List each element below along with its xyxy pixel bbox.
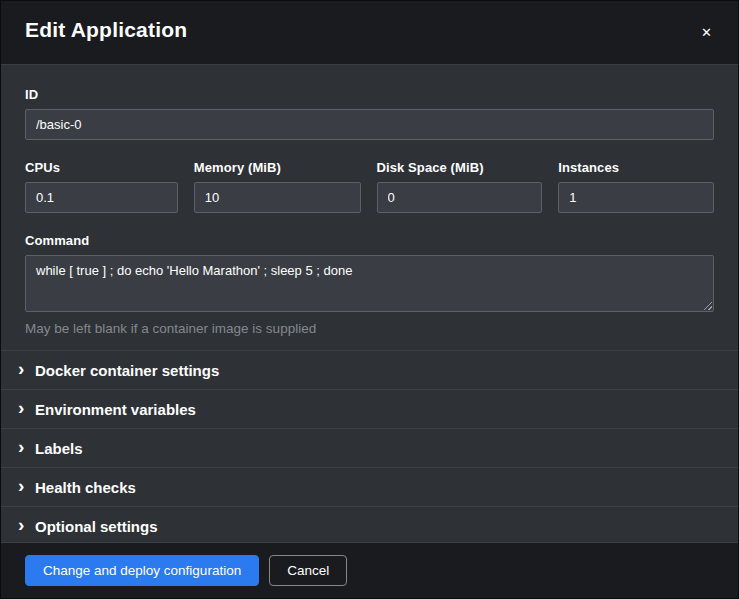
close-button[interactable]: ✕: [695, 20, 718, 45]
instances-input[interactable]: [558, 182, 714, 213]
chevron-right-icon: ›: [18, 398, 35, 417]
chevron-right-icon: ›: [18, 476, 35, 495]
cpus-field-group: CPUs: [25, 160, 178, 213]
disk-input[interactable]: [377, 182, 543, 213]
section-label: Optional settings: [35, 518, 158, 535]
section-health-checks[interactable]: › Health checks: [1, 467, 738, 506]
close-icon: ✕: [701, 25, 712, 40]
id-input[interactable]: [25, 109, 714, 140]
section-environment-variables[interactable]: › Environment variables: [1, 389, 738, 428]
section-labels[interactable]: › Labels: [1, 428, 738, 467]
edit-application-modal: Edit Application ✕ ID CPUs Memory (MiB) …: [0, 0, 739, 599]
disk-field-group: Disk Space (MiB): [377, 160, 543, 213]
instances-label: Instances: [558, 160, 714, 175]
resources-row: CPUs Memory (MiB) Disk Space (MiB) Insta…: [25, 160, 714, 213]
modal-body: ID CPUs Memory (MiB) Disk Space (MiB) In…: [1, 65, 738, 542]
command-textarea-wrap: while [ true ] ; do echo 'Hello Marathon…: [25, 255, 714, 312]
chevron-right-icon: ›: [18, 359, 35, 378]
memory-label: Memory (MiB): [194, 160, 361, 175]
chevron-right-icon: ›: [18, 437, 35, 456]
section-label: Labels: [35, 440, 83, 457]
id-label: ID: [25, 87, 714, 102]
section-docker-container-settings[interactable]: › Docker container settings: [1, 350, 738, 389]
cpus-label: CPUs: [25, 160, 178, 175]
modal-title: Edit Application: [25, 18, 187, 42]
section-label: Health checks: [35, 479, 136, 496]
command-field-group: Command while [ true ] ; do echo 'Hello …: [25, 233, 714, 336]
modal-header: Edit Application ✕: [1, 1, 738, 65]
modal-footer: Change and deploy configuration Cancel: [1, 542, 738, 598]
id-field-group: ID: [25, 87, 714, 140]
section-label: Docker container settings: [35, 362, 219, 379]
section-label: Environment variables: [35, 401, 196, 418]
cancel-button[interactable]: Cancel: [269, 555, 347, 586]
chevron-right-icon: ›: [18, 515, 35, 534]
command-help-text: May be left blank if a container image i…: [25, 321, 714, 336]
instances-field-group: Instances: [558, 160, 714, 213]
disk-label: Disk Space (MiB): [377, 160, 543, 175]
memory-input[interactable]: [194, 182, 361, 213]
memory-field-group: Memory (MiB): [194, 160, 361, 213]
command-textarea[interactable]: while [ true ] ; do echo 'Hello Marathon…: [25, 255, 714, 312]
section-optional-settings[interactable]: › Optional settings: [1, 506, 738, 542]
change-and-deploy-button[interactable]: Change and deploy configuration: [25, 555, 259, 586]
command-label: Command: [25, 233, 714, 248]
collapsible-sections: › Docker container settings › Environmen…: [1, 350, 738, 542]
cpus-input[interactable]: [25, 182, 178, 213]
